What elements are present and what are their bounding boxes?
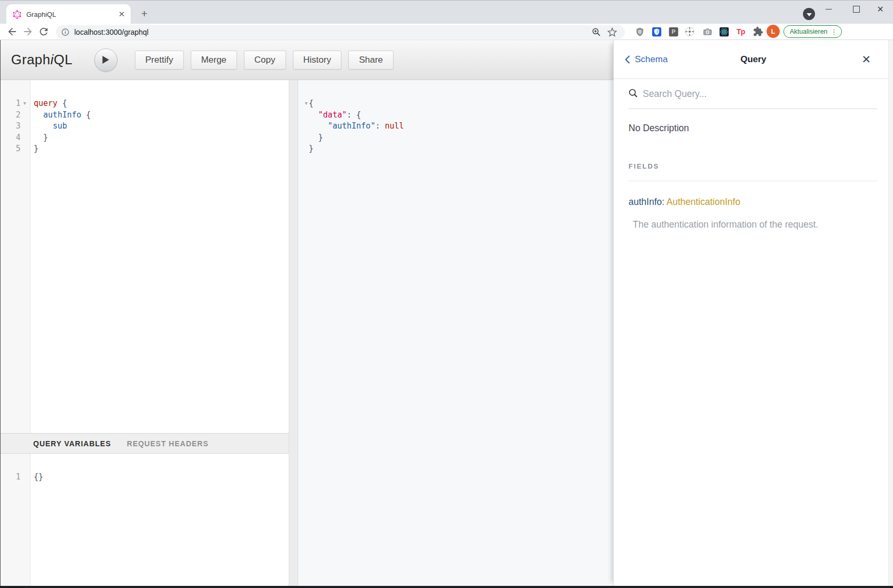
p-letter: P bbox=[671, 28, 675, 35]
doc-divider bbox=[629, 181, 878, 181]
toolbar-button-copy[interactable]: Copy bbox=[244, 51, 286, 70]
code-line[interactable]: } bbox=[34, 132, 287, 144]
reload-button[interactable] bbox=[38, 26, 50, 37]
variables-tab-bar: QUERY VARIABLESREQUEST HEADERS bbox=[1, 433, 289, 454]
query-editor[interactable]: 1▼2345 query { authInfo { sub }} bbox=[1, 80, 289, 433]
tampermonkey-extension-icon[interactable]: Tp bbox=[735, 26, 747, 37]
line-number: 5 bbox=[1, 143, 21, 155]
minimize-icon bbox=[826, 9, 832, 9]
code-line[interactable]: "authInfo": null bbox=[309, 121, 611, 132]
tab-close-icon[interactable]: ✕ bbox=[117, 9, 126, 19]
code-line[interactable]: query { bbox=[34, 98, 287, 110]
line-number bbox=[299, 98, 305, 110]
toolbar-button-history[interactable]: History bbox=[293, 51, 342, 70]
fold-marker-icon bbox=[21, 110, 29, 121]
bitwarden-extension-icon[interactable] bbox=[651, 26, 662, 37]
code-token bbox=[34, 121, 53, 131]
doc-scrollbar-track[interactable] bbox=[888, 40, 893, 586]
zoom-indicator-icon[interactable] bbox=[591, 27, 602, 40]
graphiql-topbar: GraphiQL PrettifyMergeCopyHistoryShare bbox=[0, 40, 613, 80]
code-token bbox=[309, 121, 328, 131]
fold-marker-icon[interactable]: ▼ bbox=[21, 98, 29, 110]
code-line[interactable]: "data": { bbox=[309, 110, 611, 121]
maximize-icon bbox=[853, 6, 860, 13]
code-token: "data" bbox=[318, 110, 347, 120]
search-underline bbox=[628, 109, 877, 109]
code-token: : { bbox=[347, 110, 361, 120]
profile-avatar[interactable]: L bbox=[767, 25, 780, 38]
doc-fields-header: FIELDS bbox=[629, 162, 659, 170]
code-token: { bbox=[81, 110, 91, 120]
graphql-favicon-icon bbox=[13, 10, 22, 19]
taskbar-edge bbox=[0, 586, 893, 588]
forward-button[interactable] bbox=[22, 26, 34, 37]
code-token: } bbox=[34, 133, 48, 142]
pane-resize-divider[interactable] bbox=[289, 80, 298, 586]
window-maximize-button[interactable] bbox=[844, 1, 868, 18]
p-extension-icon[interactable]: P bbox=[668, 26, 679, 37]
variables-tab-request-headers[interactable]: REQUEST HEADERS bbox=[127, 439, 209, 448]
code-token: { bbox=[57, 99, 67, 108]
tab-search-button[interactable] bbox=[803, 8, 815, 20]
update-button-label: Aktualisieren bbox=[790, 28, 828, 35]
target-extension-icon[interactable] bbox=[684, 26, 695, 37]
response-viewer: ▼ { "data": { "authInfo": null }} bbox=[298, 80, 613, 586]
update-browser-button[interactable]: Aktualisieren ⋮ bbox=[783, 25, 842, 38]
line-number: 1 bbox=[1, 472, 21, 483]
new-tab-button[interactable]: + bbox=[138, 7, 151, 20]
doc-explorer-panel: Schema Query ✕ Search Query... No Descri… bbox=[613, 40, 893, 586]
toolbar-button-share[interactable]: Share bbox=[348, 51, 393, 70]
extensions-puzzle-icon[interactable] bbox=[752, 26, 764, 37]
fold-marker-icon bbox=[305, 143, 308, 155]
doc-no-description: No Description bbox=[629, 123, 689, 134]
window-close-button[interactable]: ✕ bbox=[868, 1, 892, 18]
react-devtools-extension-icon[interactable] bbox=[718, 26, 730, 37]
doc-field-name-link[interactable]: authInfo bbox=[629, 197, 662, 207]
line-number bbox=[299, 110, 305, 121]
execute-query-button[interactable] bbox=[94, 48, 117, 72]
code-token: authInfo bbox=[43, 110, 81, 120]
line-number: 4 bbox=[1, 132, 21, 144]
code-token: null bbox=[385, 121, 404, 131]
code-line[interactable]: } bbox=[34, 143, 287, 155]
toolbar-button-merge[interactable]: Merge bbox=[191, 51, 237, 70]
code-line[interactable]: } bbox=[309, 132, 611, 144]
toolbar-button-prettify[interactable]: Prettify bbox=[135, 51, 184, 70]
code-line[interactable]: authInfo { bbox=[34, 110, 287, 121]
ublock-extension-icon[interactable] bbox=[634, 26, 645, 37]
fold-marker-icon bbox=[21, 132, 29, 144]
bookmark-star-icon[interactable] bbox=[607, 27, 617, 40]
code-line[interactable]: { bbox=[309, 98, 611, 110]
play-icon bbox=[102, 55, 110, 64]
browser-window: GraphiQL ✕ + ✕ localhost:3000/graphql bbox=[0, 0, 893, 588]
doc-title: Query bbox=[614, 40, 893, 79]
line-number bbox=[299, 143, 305, 155]
code-line[interactable]: sub bbox=[34, 121, 287, 132]
url-bar[interactable]: localhost:3000/graphql bbox=[56, 25, 625, 39]
code-token bbox=[309, 110, 318, 120]
back-button[interactable] bbox=[6, 26, 18, 37]
menu-dots-icon[interactable]: ⋮ bbox=[831, 28, 838, 35]
line-number: 2 bbox=[1, 110, 21, 121]
code-token: "authInfo" bbox=[328, 121, 375, 131]
query-variables-editor[interactable]: 1 {} bbox=[1, 454, 289, 586]
doc-field-type-link[interactable]: AuthenticationInfo bbox=[666, 197, 740, 207]
window-minimize-button[interactable] bbox=[817, 1, 841, 18]
camera-extension-icon[interactable] bbox=[702, 26, 713, 37]
browser-tab[interactable]: GraphiQL ✕ bbox=[6, 4, 131, 24]
code-token: { bbox=[309, 99, 313, 108]
doc-close-button[interactable]: ✕ bbox=[861, 40, 871, 79]
variables-tab-query-variables[interactable]: QUERY VARIABLES bbox=[33, 439, 111, 448]
code-line[interactable]: {} bbox=[34, 472, 287, 483]
fold-marker-icon[interactable]: ▼ bbox=[305, 98, 308, 110]
fold-marker-icon bbox=[21, 472, 29, 483]
site-info-icon[interactable] bbox=[61, 27, 70, 37]
fold-marker-icon bbox=[21, 143, 29, 155]
graphiql-logo: GraphiQL bbox=[11, 52, 73, 68]
doc-search-field[interactable]: Search Query... bbox=[614, 79, 893, 109]
code-line[interactable]: } bbox=[309, 143, 611, 155]
tp-label: Tp bbox=[737, 27, 745, 36]
code-token: query bbox=[34, 99, 57, 108]
code-token: } bbox=[309, 133, 323, 142]
graphiql-toolbar: PrettifyMergeCopyHistoryShare bbox=[135, 51, 394, 70]
